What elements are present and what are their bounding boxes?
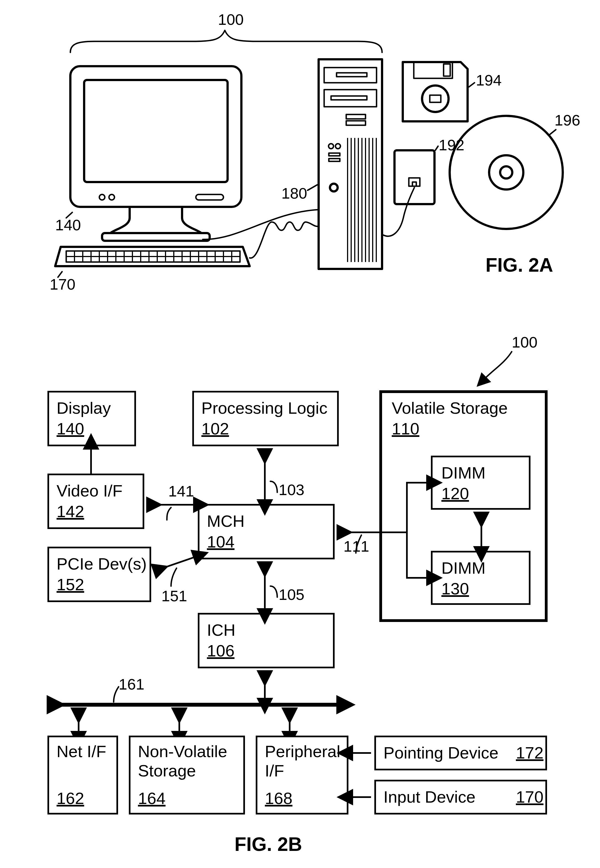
processing-logic-ref: 102 [202, 420, 229, 438]
pcie-label: PCIe Dev(s) [56, 555, 147, 573]
svg-line-63 [549, 130, 556, 135]
wall-jack-icon [394, 150, 435, 204]
cd-icon [450, 116, 563, 229]
floppy-icon [403, 62, 468, 121]
monitor-ref: 140 [55, 216, 81, 233]
svg-rect-34 [331, 96, 367, 100]
svg-rect-35 [346, 114, 365, 119]
net-if-label: Net I/F [56, 742, 106, 761]
svg-rect-40 [329, 159, 340, 161]
keyboard-ref: 170 [50, 276, 75, 293]
svg-rect-39 [329, 153, 340, 156]
svg-rect-58 [430, 95, 441, 102]
fig2b-system-ref: 100 [512, 333, 537, 351]
fig-2b-title: FIG. 2B [235, 833, 302, 855]
fig2a-system-ref: 100 [218, 11, 244, 28]
svg-point-41 [330, 184, 338, 191]
fig-2b: 100 Display 140 Video I/F 142 PCIe Dev(s… [48, 333, 546, 855]
dimm-130-ref: 130 [441, 580, 469, 598]
tower-ref: 180 [281, 185, 307, 202]
peripheral-if-ref: 168 [265, 789, 292, 807]
svg-line-54 [435, 146, 438, 150]
input-device-ref: 170 [516, 788, 544, 806]
dimm-120-ref: 120 [441, 484, 469, 503]
svg-point-3 [109, 194, 115, 200]
display-label: Display [56, 399, 111, 417]
pointing-device-label: Pointing Device [383, 744, 498, 762]
peripheral-if-label-2: I/F [265, 762, 284, 780]
cd-ref: 196 [555, 111, 580, 129]
dimm-130-label: DIMM [441, 559, 485, 577]
video-if-label: Video I/F [56, 482, 123, 500]
volatile-storage-ref: 110 [392, 420, 419, 438]
volatile-storage-label: Volatile Storage [392, 399, 508, 417]
ref-141: 141 [168, 482, 194, 500]
svg-rect-5 [102, 233, 210, 241]
peripheral-if-label-1: Peripheral [265, 742, 341, 761]
ref-161: 161 [119, 676, 144, 693]
monitor-icon [70, 66, 241, 241]
svg-rect-56 [444, 64, 450, 76]
fig-2a-title: FIG. 2A [485, 254, 553, 276]
pointing-device-ref: 172 [516, 744, 544, 762]
net-if-ref: 162 [56, 789, 84, 807]
ref-105: 105 [279, 586, 304, 603]
keyboard-icon [55, 247, 250, 266]
svg-point-60 [450, 116, 563, 229]
pcie-ref: 152 [56, 576, 84, 594]
nv-storage-label-2: Storage [138, 762, 196, 780]
floppy-ref: 194 [476, 71, 502, 89]
svg-rect-0 [70, 66, 241, 207]
fig-2a: 100 140 170 [50, 11, 580, 293]
svg-point-61 [489, 155, 523, 189]
ref-111: 111 [344, 538, 369, 555]
ref-103: 103 [279, 481, 304, 498]
svg-rect-4 [196, 194, 223, 200]
svg-point-37 [329, 144, 333, 148]
svg-rect-31 [324, 68, 377, 83]
video-if-ref: 142 [56, 502, 84, 521]
processing-logic-label: Processing Logic [202, 399, 327, 417]
svg-line-59 [469, 83, 474, 87]
svg-point-2 [99, 194, 105, 200]
svg-rect-32 [336, 73, 367, 77]
mch-label: MCH [207, 512, 245, 530]
nv-storage-label-1: Non-Volatile [138, 742, 227, 761]
diagram-root: 100 140 170 [0, 0, 600, 868]
nv-storage-ref: 164 [138, 789, 165, 807]
ich-ref: 106 [207, 642, 235, 660]
svg-point-62 [500, 166, 512, 179]
display-ref: 140 [56, 420, 84, 438]
link-pcie-mch [155, 557, 194, 571]
svg-line-51 [308, 185, 317, 190]
ich-label: ICH [207, 621, 235, 639]
tower-icon [319, 59, 382, 269]
svg-point-57 [422, 85, 448, 112]
ref-151: 151 [161, 587, 187, 604]
input-device-label: Input Device [383, 788, 476, 806]
svg-rect-1 [84, 80, 227, 182]
svg-rect-33 [324, 89, 377, 107]
svg-rect-36 [346, 121, 365, 125]
svg-point-38 [335, 144, 341, 148]
mch-ref: 104 [207, 533, 235, 551]
dimm-120-label: DIMM [441, 464, 485, 482]
